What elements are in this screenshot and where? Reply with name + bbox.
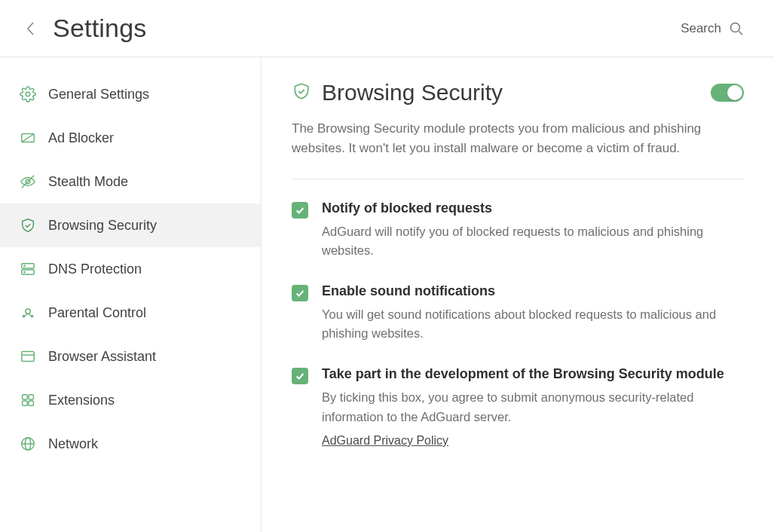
check-icon <box>295 371 305 381</box>
svg-point-0 <box>731 23 740 32</box>
svg-rect-18 <box>29 395 33 399</box>
sidebar-item-adblocker[interactable]: Ad Blocker <box>0 116 261 160</box>
sidebar-item-dns[interactable]: DNS Protection <box>0 247 261 291</box>
svg-rect-14 <box>22 352 35 362</box>
page-title: Settings <box>53 14 146 43</box>
svg-line-1 <box>739 31 743 35</box>
sidebar-item-stealth[interactable]: Stealth Mode <box>0 160 261 203</box>
option-title: Enable sound notifications <box>322 283 744 299</box>
extensions-icon <box>20 392 36 408</box>
gear-icon <box>20 86 36 102</box>
checkbox-notify[interactable] <box>292 202 308 219</box>
sidebar-item-label: Parental Control <box>48 305 146 321</box>
svg-rect-17 <box>23 395 27 399</box>
stealth-icon <box>20 173 36 190</box>
sidebar-item-label: Ad Blocker <box>48 130 114 146</box>
section-description: The Browsing Security module protects yo… <box>292 119 736 159</box>
module-enable-toggle[interactable] <box>711 84 744 102</box>
sidebar-item-label: Network <box>48 436 98 452</box>
main-header: Browsing Security <box>292 80 744 105</box>
search-button[interactable]: Search <box>681 21 744 36</box>
shield-icon <box>292 81 311 104</box>
svg-point-9 <box>24 265 25 266</box>
sidebar-item-parental[interactable]: Parental Control <box>0 291 261 335</box>
dns-icon <box>20 261 36 277</box>
svg-line-4 <box>22 134 35 142</box>
sidebar-item-label: General Settings <box>48 87 149 102</box>
option-title: Take part in the development of the Brow… <box>322 366 744 382</box>
assistant-icon <box>20 348 36 365</box>
search-icon <box>729 21 744 36</box>
svg-rect-19 <box>23 401 27 405</box>
option-description: AdGuard will notify you of blocked reque… <box>322 222 744 261</box>
option-participate: Take part in the development of the Brow… <box>292 366 744 448</box>
parental-icon <box>20 304 36 321</box>
sidebar-item-network[interactable]: Network <box>0 422 261 466</box>
checkbox-participate[interactable] <box>292 368 308 384</box>
sidebar-item-label: Browser Assistant <box>48 349 156 365</box>
chevron-left-icon <box>26 20 36 37</box>
sidebar-item-label: Stealth Mode <box>48 174 128 190</box>
check-icon <box>295 205 305 216</box>
main-header-left: Browsing Security <box>292 80 503 105</box>
sidebar-item-general[interactable]: General Settings <box>0 72 261 116</box>
header-left: Settings <box>23 14 146 43</box>
settings-header: Settings Search <box>0 0 774 57</box>
sidebar-item-extensions[interactable]: Extensions <box>0 378 261 422</box>
sidebar-item-label: DNS Protection <box>48 261 142 277</box>
adblock-icon <box>20 130 36 146</box>
option-sound: Enable sound notifications You will get … <box>292 283 744 344</box>
sidebar-item-assistant[interactable]: Browser Assistant <box>0 335 261 378</box>
option-description: You will get sound notifications about b… <box>322 305 744 344</box>
section-divider <box>292 179 744 179</box>
toggle-knob <box>727 85 742 100</box>
privacy-policy-link[interactable]: AdGuard Privacy Policy <box>322 434 448 448</box>
shield-icon <box>20 217 36 234</box>
checkbox-sound[interactable] <box>292 285 308 301</box>
sidebar-item-security[interactable]: Browsing Security <box>0 203 261 247</box>
svg-point-11 <box>26 309 30 313</box>
check-icon <box>295 288 305 298</box>
option-description: By ticking this box, you agree to submit… <box>322 388 744 427</box>
sidebar-item-label: Extensions <box>48 393 115 408</box>
settings-sidebar: General Settings Ad Blocker Stealth <box>0 57 262 532</box>
network-icon <box>20 436 36 452</box>
section-title: Browsing Security <box>322 80 503 105</box>
svg-point-2 <box>26 92 30 96</box>
sidebar-item-label: Browsing Security <box>48 218 157 234</box>
main-panel: Browsing Security The Browsing Security … <box>262 57 774 532</box>
svg-point-10 <box>24 272 25 273</box>
svg-rect-20 <box>29 401 33 405</box>
option-notify: Notify of blocked requests AdGuard will … <box>292 200 744 261</box>
option-title: Notify of blocked requests <box>322 200 744 216</box>
back-button[interactable] <box>23 20 39 37</box>
search-label: Search <box>681 21 721 36</box>
